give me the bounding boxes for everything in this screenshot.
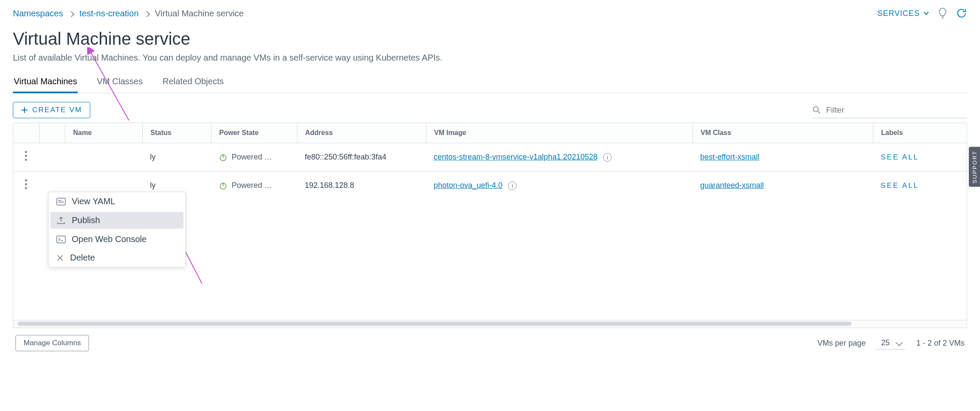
vm-class-link[interactable]: best-effort-xsmall: [700, 153, 760, 161]
chevron-right-icon: [145, 9, 149, 18]
column-expand: [39, 123, 65, 143]
publish-icon: [56, 216, 66, 225]
row-actions-button[interactable]: [25, 179, 28, 190]
power-on-icon: [219, 153, 227, 162]
search-icon: [812, 106, 821, 114]
cell-power: Powered …: [211, 172, 297, 199]
column-status[interactable]: Status: [142, 123, 211, 143]
svg-point-0: [813, 107, 818, 112]
menu-view-yaml[interactable]: View YAML: [49, 192, 185, 211]
svg-rect-3: [57, 198, 65, 205]
plus-icon: [21, 107, 28, 113]
lightbulb-icon[interactable]: [938, 8, 947, 19]
page-subtitle: List of available Virtual Machines. You …: [13, 53, 967, 63]
column-labels[interactable]: Labels: [873, 123, 967, 143]
breadcrumb: Namespaces test-ns-creation Virtual Mach…: [13, 9, 244, 18]
cell-class: guaranteed-xsmall: [692, 172, 873, 199]
page-title: Virtual Machine service: [13, 29, 967, 49]
per-page-select[interactable]: 25: [877, 337, 905, 350]
create-vm-label: CREATE VM: [32, 106, 82, 114]
close-icon: [56, 254, 64, 262]
column-vm-class[interactable]: VM Class: [692, 123, 873, 143]
per-page-label: VMs per page: [818, 339, 866, 348]
row-context-menu: View YAML Publish Open Web Console Delet…: [48, 192, 186, 267]
menu-delete[interactable]: Delete: [49, 248, 185, 267]
info-icon[interactable]: i: [508, 181, 517, 190]
tab-vm-classes[interactable]: VM Classes: [96, 73, 144, 93]
tab-related-objects[interactable]: Related Objects: [162, 73, 224, 93]
chevron-down-icon: [923, 10, 929, 16]
vm-image-link[interactable]: centos-stream-8-vmservice-v1alpha1.20210…: [434, 153, 597, 161]
column-vm-image[interactable]: VM Image: [426, 123, 692, 143]
see-all-labels[interactable]: SEE ALL: [881, 153, 919, 161]
column-name[interactable]: Name: [65, 123, 142, 143]
console-icon: [56, 236, 66, 243]
cell-labels: SEE ALL: [873, 172, 967, 199]
vm-image-link[interactable]: photon-ova_uefi-4.0: [434, 181, 502, 190]
tab-virtual-machines[interactable]: Virtual Machines: [13, 73, 78, 93]
see-all-labels[interactable]: SEE ALL: [881, 181, 919, 190]
cell-status: ly: [142, 143, 211, 172]
refresh-icon[interactable]: [956, 8, 967, 19]
column-address[interactable]: Address: [297, 123, 426, 143]
cell-power: Powered …: [211, 143, 297, 172]
info-icon[interactable]: i: [603, 153, 612, 162]
power-on-icon: [219, 181, 227, 190]
yaml-icon: [56, 198, 66, 206]
support-tab[interactable]: SUPPORT: [969, 147, 980, 187]
breadcrumb-root[interactable]: Namespaces: [13, 9, 63, 18]
cell-address: fe80::250:56ff:feab:3fa4: [297, 143, 426, 172]
vm-class-link[interactable]: guaranteed-xsmall: [700, 181, 764, 190]
services-menu-label: SERVICES: [877, 9, 920, 18]
cell-image: centos-stream-8-vmservice-v1alpha1.20210…: [426, 143, 692, 172]
cell-class: best-effort-xsmall: [692, 143, 873, 172]
horizontal-scrollbar[interactable]: [13, 320, 967, 328]
cell-labels: SEE ALL: [873, 143, 967, 172]
chevron-right-icon: [69, 9, 74, 18]
pagination-range: 1 - 2 of 2 VMs: [916, 339, 965, 348]
cell-address: 192.168.128.8: [297, 172, 426, 199]
create-vm-button[interactable]: CREATE VM: [13, 102, 90, 118]
breadcrumb-current: Virtual Machine service: [155, 9, 244, 18]
filter-input[interactable]: [825, 105, 967, 115]
menu-open-console[interactable]: Open Web Console: [49, 230, 185, 248]
table-row: ly Powered … fe80::250:56ff:feab:3fa4 ce…: [13, 143, 967, 172]
cell-image: photon-ova_uefi-4.0 i: [426, 172, 692, 199]
cell-name: [65, 143, 142, 172]
svg-rect-4: [57, 236, 65, 243]
manage-columns-button[interactable]: Manage Columns: [15, 335, 89, 351]
menu-publish[interactable]: Publish: [50, 212, 184, 229]
column-power-state[interactable]: Power State: [211, 123, 297, 143]
services-menu[interactable]: SERVICES: [877, 9, 929, 18]
column-actions: [13, 123, 39, 143]
filter-field[interactable]: [812, 102, 967, 118]
row-actions-button[interactable]: [25, 151, 28, 161]
breadcrumb-namespace[interactable]: test-ns-creation: [80, 9, 139, 18]
